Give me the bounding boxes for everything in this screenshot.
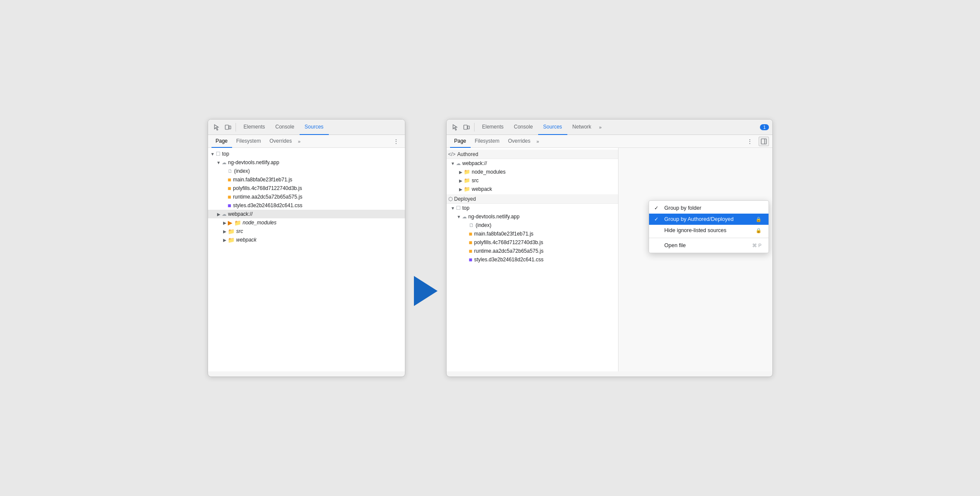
menu-item-group-folder[interactable]: ✓ Group by folder: [649, 202, 769, 214]
right-devtools-panel: Elements Console Sources Network » 1 Pag…: [446, 119, 773, 377]
tree-label-node-modules: node_modules: [243, 220, 277, 226]
arrow-webpack-r: ▶: [458, 187, 464, 192]
tree-item-src-r[interactable]: ▶ 📁 src: [447, 176, 618, 185]
tree-label-index-d: (index): [476, 222, 492, 228]
tree-item-top[interactable]: ▼ ☐ top: [208, 150, 405, 158]
tree-label-webpack: webpack://: [228, 211, 253, 217]
menu-label-group-folder: Group by folder: [665, 205, 762, 211]
menu-item-hide-ignored[interactable]: ✓ Hide ignore-listed sources 🔒: [649, 225, 769, 236]
tree-label-main-js-d: main.fa8bfa0e23f1eb71.js: [474, 231, 533, 237]
tree-item-main-js-deployed[interactable]: ■ main.fa8bfa0e23f1eb71.js: [447, 230, 618, 238]
tree-label-index: (index): [234, 168, 250, 174]
panel-toggle-button[interactable]: [759, 137, 769, 146]
right-tab-sources[interactable]: Sources: [538, 119, 567, 135]
arrow-top-deployed: ▼: [450, 206, 456, 211]
tree-label-polyfills-d: polyfills.4c768d7122740d3b.js: [474, 239, 543, 245]
tree-item-runtime-js[interactable]: ■ runtime.aa2dc5a72b65a575.js: [208, 193, 405, 201]
right-tab-network[interactable]: Network: [567, 119, 597, 135]
right-sub-menu-button[interactable]: ⋮: [745, 136, 755, 147]
tree-item-index-deployed[interactable]: 🗋 (index): [447, 221, 618, 230]
notification-badge[interactable]: 1: [760, 124, 769, 130]
tree-item-top-deployed[interactable]: ▼ ☐ top: [447, 204, 618, 212]
sub-menu-button[interactable]: ⋮: [391, 136, 401, 147]
file-icon-styles-d: ■: [469, 256, 472, 263]
menu-separator: [649, 238, 769, 238]
svg-rect-1: [229, 126, 231, 129]
sub-tab-overrides[interactable]: Overrides: [265, 135, 296, 148]
menu-item-group-authored[interactable]: ✓ Group by Authored/Deployed 🔒: [649, 214, 769, 225]
sub-tab-page[interactable]: Page: [211, 135, 232, 148]
check-group-authored: ✓: [654, 216, 661, 222]
left-file-tree: ▼ ☐ top ▼ ☁ ng-devtools.netlify.app 🗋 (i…: [208, 148, 405, 371]
tree-item-webpack-folder[interactable]: ▶ 📁 webpack: [208, 236, 405, 244]
right-left-pane: </> Authored ▼ ☁ webpack:// ▶ 📁: [447, 148, 619, 371]
tree-item-webpack-r[interactable]: ▶ 📁 webpack: [447, 185, 618, 193]
tree-item-polyfills-deployed[interactable]: ■ polyfills.4c768d7122740d3b.js: [447, 238, 618, 247]
tree-item-index[interactable]: 🗋 (index): [208, 167, 405, 175]
right-inspect-icon[interactable]: [450, 122, 460, 132]
file-icon-runtime: ■: [228, 193, 231, 200]
menu-label-hide-ignored: Hide ignore-listed sources: [665, 227, 752, 233]
right-tab-console[interactable]: Console: [509, 119, 538, 135]
file-icon-index: 🗋: [228, 168, 233, 174]
tab-elements[interactable]: Elements: [239, 119, 270, 135]
arrow-container: [405, 276, 446, 306]
tree-label-node-modules-r: node_modules: [472, 169, 506, 175]
tree-item-webpack-authored[interactable]: ▼ ☁ webpack://: [447, 159, 618, 168]
context-menu: ✓ Group by folder ✓ Group by Authored/De…: [649, 200, 769, 253]
more-tabs-icon[interactable]: »: [597, 125, 604, 130]
tree-item-polyfills-js[interactable]: ■ polyfills.4c768d7122740d3b.js: [208, 184, 405, 193]
arrow-src-r: ▶: [458, 178, 464, 183]
tree-label-styles-d: styles.d3e2b24618d2c641.css: [474, 257, 543, 263]
section-authored[interactable]: </> Authored: [447, 150, 618, 159]
tree-label-src: src: [236, 228, 243, 234]
folder-icon-webpack: 📁: [228, 237, 235, 243]
right-toolbar: Elements Console Sources Network » 1: [447, 119, 772, 135]
tree-item-node-modules[interactable]: ▶ ▶ 📁 node_modules: [208, 218, 405, 227]
tree-item-node-modules-r[interactable]: ▶ 📁 node_modules: [447, 168, 618, 176]
more-sub-tabs-icon[interactable]: »: [296, 139, 302, 144]
tree-item-ng-devtools[interactable]: ▼ ☁ ng-devtools.netlify.app: [208, 158, 405, 167]
warning-icon-authored: 🔒: [756, 217, 762, 222]
arrow-webpack-folder: ▶: [222, 238, 228, 242]
right-sub-tab-filesystem[interactable]: Filesystem: [471, 135, 504, 148]
folder-icon-src: 📁: [228, 228, 235, 235]
sub-tab-filesystem[interactable]: Filesystem: [232, 135, 265, 148]
page-icon-top: ☐: [216, 151, 220, 157]
svg-rect-0: [225, 125, 229, 129]
tab-console[interactable]: Console: [270, 119, 300, 135]
tree-item-styles-css[interactable]: ■ styles.d3e2b24618d2c641.css: [208, 201, 405, 210]
svg-rect-2: [464, 125, 467, 129]
section-deployed[interactable]: ⬡ Deployed: [447, 194, 618, 204]
menu-item-open-file[interactable]: ✓ Open file ⌘ P: [649, 240, 769, 251]
tree-label-ng-devtools-deployed: ng-devtools.netlify.app: [469, 214, 520, 220]
right-sub-tab-page[interactable]: Page: [450, 135, 471, 148]
tree-item-runtime-deployed[interactable]: ■ runtime.aa2dc5a72b65a575.js: [447, 247, 618, 255]
tree-item-src[interactable]: ▶ 📁 src: [208, 227, 405, 236]
right-device-icon[interactable]: [461, 122, 472, 132]
device-icon[interactable]: [223, 122, 233, 132]
cloud-icon-webpack: ☁: [222, 211, 227, 217]
tree-label-webpack-r: webpack: [472, 186, 492, 192]
tree-item-webpack[interactable]: ▶ ☁ webpack://: [208, 210, 405, 218]
right-sub-tab-overrides[interactable]: Overrides: [504, 135, 535, 148]
right-panel-inner: </> Authored ▼ ☁ webpack:// ▶ 📁: [447, 148, 772, 371]
right-filesystem-pane: Drop in a folder to add to Learn more ab…: [619, 148, 772, 371]
right-more-sub-tabs[interactable]: »: [535, 139, 541, 144]
tab-sources[interactable]: Sources: [300, 119, 329, 135]
tree-item-styles-deployed[interactable]: ■ styles.d3e2b24618d2c641.css: [447, 255, 618, 264]
folder-icon-src-r: 📁: [464, 178, 470, 184]
arrow-webpack-authored: ▼: [450, 161, 456, 166]
file-icon-polyfills-d: ■: [469, 239, 472, 246]
inspect-icon[interactable]: [211, 122, 222, 132]
shortcut-open-file: ⌘ P: [752, 243, 761, 248]
file-icon-index-d: 🗋: [469, 222, 474, 228]
tree-label-polyfills: polyfills.4c768d7122740d3b.js: [233, 185, 302, 191]
tree-label-webpack-authored: webpack://: [462, 160, 487, 166]
tree-item-ng-devtools-deployed[interactable]: ▼ ☁ ng-devtools.netlify.app: [447, 212, 618, 221]
tree-item-main-js[interactable]: ■ main.fa8bfa0e23f1eb71.js: [208, 175, 405, 184]
section-label-deployed: Deployed: [454, 196, 476, 202]
menu-label-open-file: Open file: [665, 242, 749, 248]
screenshot-container: Elements Console Sources Page Filesystem…: [208, 119, 773, 377]
right-tab-elements[interactable]: Elements: [477, 119, 509, 135]
